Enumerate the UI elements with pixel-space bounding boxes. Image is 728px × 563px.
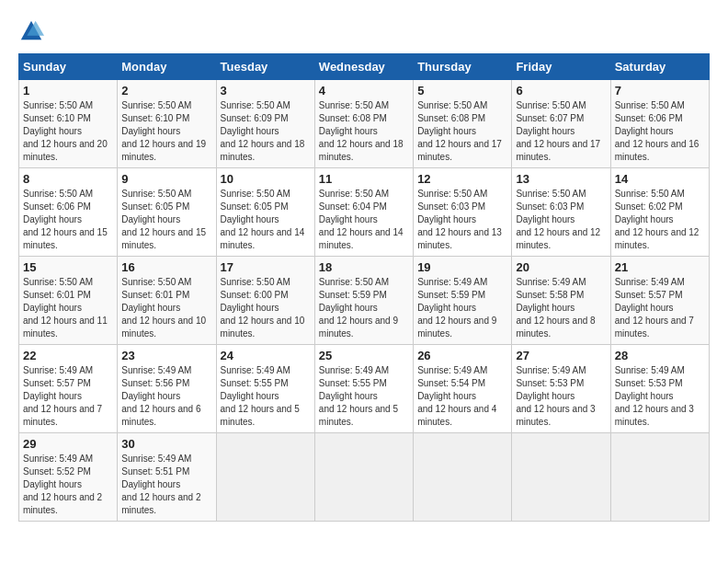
day-detail: Sunrise: 5:49 AMSunset: 5:55 PMDaylight … <box>221 365 300 427</box>
day-detail: Sunrise: 5:50 AMSunset: 6:07 PMDaylight … <box>516 100 600 162</box>
day-detail: Sunrise: 5:50 AMSunset: 6:10 PMDaylight … <box>23 100 108 162</box>
header <box>18 18 710 44</box>
day-number: 23 <box>121 349 211 362</box>
day-detail: Sunrise: 5:50 AMSunset: 6:01 PMDaylight … <box>23 277 108 339</box>
week-row-1: 1 Sunrise: 5:50 AMSunset: 6:10 PMDayligh… <box>19 80 710 168</box>
day-cell: 4 Sunrise: 5:50 AMSunset: 6:08 PMDayligh… <box>314 80 413 168</box>
day-cell: 22 Sunrise: 5:49 AMSunset: 5:57 PMDaylig… <box>19 345 118 433</box>
day-detail: Sunrise: 5:49 AMSunset: 5:53 PMDaylight … <box>516 365 595 427</box>
col-header-tuesday: Tuesday <box>216 54 314 80</box>
day-number: 15 <box>23 260 113 274</box>
day-detail: Sunrise: 5:50 AMSunset: 6:05 PMDaylight … <box>121 189 206 250</box>
day-cell: 29 Sunrise: 5:49 AMSunset: 5:52 PMDaylig… <box>19 433 118 522</box>
day-cell: 12 Sunrise: 5:50 AMSunset: 6:03 PMDaylig… <box>414 168 512 257</box>
day-detail: Sunrise: 5:49 AMSunset: 5:54 PMDaylight … <box>417 365 496 427</box>
week-row-3: 15 Sunrise: 5:50 AMSunset: 6:01 PMDaylig… <box>19 257 710 345</box>
day-number: 16 <box>121 260 211 274</box>
day-number: 12 <box>417 172 507 186</box>
day-number: 22 <box>23 349 113 362</box>
col-header-thursday: Thursday <box>414 54 512 80</box>
day-number: 20 <box>516 260 606 274</box>
day-detail: Sunrise: 5:49 AMSunset: 5:59 PMDaylight … <box>417 277 496 339</box>
col-header-friday: Friday <box>512 54 610 80</box>
day-detail: Sunrise: 5:49 AMSunset: 5:53 PMDaylight … <box>615 365 694 427</box>
day-detail: Sunrise: 5:50 AMSunset: 6:09 PMDaylight … <box>221 100 305 162</box>
day-cell: 3 Sunrise: 5:50 AMSunset: 6:09 PMDayligh… <box>216 80 314 168</box>
day-detail: Sunrise: 5:50 AMSunset: 6:06 PMDaylight … <box>615 100 700 162</box>
day-cell: 27 Sunrise: 5:49 AMSunset: 5:53 PMDaylig… <box>512 345 610 433</box>
day-cell <box>414 433 512 522</box>
day-cell: 26 Sunrise: 5:49 AMSunset: 5:54 PMDaylig… <box>414 345 512 433</box>
day-number: 17 <box>221 260 311 274</box>
day-number: 14 <box>615 172 705 186</box>
day-detail: Sunrise: 5:50 AMSunset: 5:59 PMDaylight … <box>319 277 398 339</box>
day-cell: 1 Sunrise: 5:50 AMSunset: 6:10 PMDayligh… <box>19 80 118 168</box>
day-cell: 9 Sunrise: 5:50 AMSunset: 6:05 PMDayligh… <box>118 168 216 257</box>
day-cell <box>512 433 610 522</box>
day-cell: 30 Sunrise: 5:49 AMSunset: 5:51 PMDaylig… <box>118 433 216 522</box>
day-detail: Sunrise: 5:49 AMSunset: 5:52 PMDaylight … <box>23 454 102 515</box>
day-cell: 23 Sunrise: 5:49 AMSunset: 5:56 PMDaylig… <box>118 345 216 433</box>
calendar-table: SundayMondayTuesdayWednesdayThursdayFrid… <box>18 53 710 522</box>
day-cell: 19 Sunrise: 5:49 AMSunset: 5:59 PMDaylig… <box>414 257 512 345</box>
day-detail: Sunrise: 5:49 AMSunset: 5:57 PMDaylight … <box>615 277 694 339</box>
day-detail: Sunrise: 5:50 AMSunset: 6:06 PMDaylight … <box>23 189 108 250</box>
day-number: 27 <box>516 349 606 362</box>
col-header-sunday: Sunday <box>19 54 118 80</box>
day-detail: Sunrise: 5:49 AMSunset: 5:56 PMDaylight … <box>121 365 200 427</box>
day-cell: 20 Sunrise: 5:49 AMSunset: 5:58 PMDaylig… <box>512 257 610 345</box>
day-number: 21 <box>615 260 705 274</box>
day-cell: 14 Sunrise: 5:50 AMSunset: 6:02 PMDaylig… <box>610 168 709 257</box>
day-detail: Sunrise: 5:49 AMSunset: 5:57 PMDaylight … <box>23 365 102 427</box>
day-detail: Sunrise: 5:50 AMSunset: 6:03 PMDaylight … <box>417 189 502 250</box>
day-detail: Sunrise: 5:50 AMSunset: 6:03 PMDaylight … <box>516 189 600 250</box>
day-detail: Sunrise: 5:49 AMSunset: 5:55 PMDaylight … <box>319 365 398 427</box>
col-header-wednesday: Wednesday <box>314 54 413 80</box>
day-cell <box>314 433 413 522</box>
week-row-4: 22 Sunrise: 5:49 AMSunset: 5:57 PMDaylig… <box>19 345 710 433</box>
day-cell: 8 Sunrise: 5:50 AMSunset: 6:06 PMDayligh… <box>19 168 118 257</box>
logo-icon <box>18 18 44 44</box>
day-cell: 5 Sunrise: 5:50 AMSunset: 6:08 PMDayligh… <box>414 80 512 168</box>
day-number: 18 <box>319 260 409 274</box>
day-detail: Sunrise: 5:50 AMSunset: 6:00 PMDaylight … <box>221 277 305 339</box>
day-detail: Sunrise: 5:50 AMSunset: 6:01 PMDaylight … <box>121 277 206 339</box>
day-number: 19 <box>417 260 507 274</box>
day-number: 6 <box>516 84 606 98</box>
day-cell: 18 Sunrise: 5:50 AMSunset: 5:59 PMDaylig… <box>314 257 413 345</box>
week-row-2: 8 Sunrise: 5:50 AMSunset: 6:06 PMDayligh… <box>19 168 710 257</box>
day-number: 13 <box>516 172 606 186</box>
day-detail: Sunrise: 5:50 AMSunset: 6:08 PMDaylight … <box>417 100 502 162</box>
day-number: 26 <box>417 349 507 362</box>
day-number: 11 <box>319 172 409 186</box>
day-cell: 21 Sunrise: 5:49 AMSunset: 5:57 PMDaylig… <box>610 257 709 345</box>
day-number: 28 <box>615 349 705 362</box>
col-header-saturday: Saturday <box>610 54 709 80</box>
day-cell: 24 Sunrise: 5:49 AMSunset: 5:55 PMDaylig… <box>216 345 314 433</box>
day-number: 10 <box>221 172 311 186</box>
day-detail: Sunrise: 5:50 AMSunset: 6:08 PMDaylight … <box>319 100 404 162</box>
day-detail: Sunrise: 5:50 AMSunset: 6:04 PMDaylight … <box>319 189 404 250</box>
day-cell: 28 Sunrise: 5:49 AMSunset: 5:53 PMDaylig… <box>610 345 709 433</box>
day-number: 29 <box>23 437 113 451</box>
week-row-5: 29 Sunrise: 5:49 AMSunset: 5:52 PMDaylig… <box>19 433 710 522</box>
day-cell: 11 Sunrise: 5:50 AMSunset: 6:04 PMDaylig… <box>314 168 413 257</box>
day-number: 3 <box>221 84 311 98</box>
day-cell: 16 Sunrise: 5:50 AMSunset: 6:01 PMDaylig… <box>118 257 216 345</box>
col-header-monday: Monday <box>118 54 216 80</box>
day-number: 9 <box>121 172 211 186</box>
day-cell: 6 Sunrise: 5:50 AMSunset: 6:07 PMDayligh… <box>512 80 610 168</box>
header-row: SundayMondayTuesdayWednesdayThursdayFrid… <box>19 54 710 80</box>
day-detail: Sunrise: 5:49 AMSunset: 5:51 PMDaylight … <box>121 454 200 515</box>
day-cell: 15 Sunrise: 5:50 AMSunset: 6:01 PMDaylig… <box>19 257 118 345</box>
day-number: 30 <box>121 437 211 451</box>
logo <box>18 18 48 44</box>
day-number: 5 <box>417 84 507 98</box>
day-detail: Sunrise: 5:49 AMSunset: 5:58 PMDaylight … <box>516 277 595 339</box>
day-number: 8 <box>23 172 113 186</box>
day-detail: Sunrise: 5:50 AMSunset: 6:10 PMDaylight … <box>121 100 206 162</box>
day-number: 25 <box>319 349 409 362</box>
day-cell: 13 Sunrise: 5:50 AMSunset: 6:03 PMDaylig… <box>512 168 610 257</box>
day-cell: 17 Sunrise: 5:50 AMSunset: 6:00 PMDaylig… <box>216 257 314 345</box>
day-cell: 7 Sunrise: 5:50 AMSunset: 6:06 PMDayligh… <box>610 80 709 168</box>
